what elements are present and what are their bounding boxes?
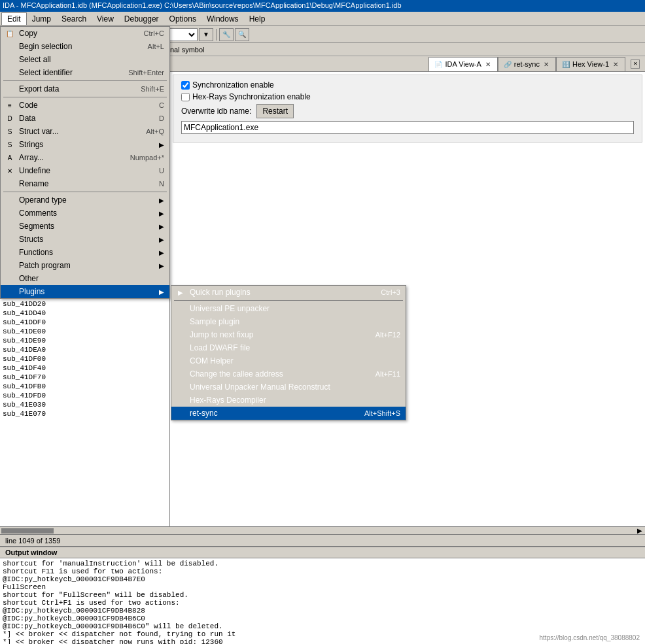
sep3: [3, 192, 167, 192]
plugin-callee[interactable]: Change the callee address Alt+F11: [171, 367, 406, 381]
output-line: @IDC:py_hotkeycb_000001CF9DB4B828: [3, 607, 642, 615]
plugin-callee-shortcut: Alt+F11: [362, 370, 400, 378]
toolbar-debug-extra[interactable]: ▼: [199, 28, 213, 41]
sync-enable-label[interactable]: Synchronization enable: [181, 80, 274, 90]
scroll-arrow[interactable]: ▶: [635, 527, 645, 534]
menu-copy-shortcut: Ctrl+C: [131, 29, 164, 37]
plugin-quick-run-label: Quick run plugins: [190, 288, 251, 297]
func-list-item[interactable]: sub_41DD40: [0, 309, 169, 318]
struct-icon: S: [5, 128, 15, 135]
menu-functions[interactable]: Functions ▶: [1, 246, 169, 259]
tab-hexview-close[interactable]: ✕: [612, 60, 619, 68]
func-list-item[interactable]: sub_41DF40: [0, 364, 169, 373]
func-list-item[interactable]: sub_41DDF0: [0, 318, 169, 327]
output-line: shortcut F11 is used for two actions:: [3, 568, 642, 575]
menu-segments[interactable]: Segments ▶: [1, 220, 169, 233]
plugin-load-dwarf[interactable]: Load DWARF file: [171, 341, 406, 354]
menu-array[interactable]: A Array... Numpad+*: [1, 151, 169, 164]
func-list-item[interactable]: sub_41DF00: [0, 354, 169, 364]
menu-struct-var-label: Struct var...: [19, 127, 59, 136]
menu-export-data[interactable]: Export data Shift+E: [1, 82, 169, 95]
sync-enable-checkbox[interactable]: [181, 81, 190, 90]
plugin-sample[interactable]: Sample plugin: [171, 315, 406, 328]
menu-rename-label: Rename: [19, 179, 48, 188]
hexview-close-btn[interactable]: ✕: [631, 59, 640, 69]
menu-struct-shortcut: Alt+Q: [133, 127, 164, 135]
func-list-item[interactable]: sub_41DEA0: [0, 345, 169, 354]
menu-begin-selection[interactable]: Begin selection Alt+L: [1, 40, 169, 53]
menu-debugger[interactable]: Debugger: [119, 13, 164, 25]
idb-name-row: [181, 121, 634, 134]
tab-ida-view[interactable]: 📄 IDA View-A ✕: [428, 57, 497, 71]
func-list-item[interactable]: sub_41DFD0: [0, 391, 169, 400]
menu-struct-var[interactable]: S Struct var... Alt+Q: [1, 125, 169, 138]
tab-retsync[interactable]: 🔗 ret-sync ✕: [498, 57, 556, 71]
menu-search[interactable]: Search: [56, 13, 92, 25]
overwrite-row: Overwrite idb name: Restart: [181, 104, 634, 118]
hex-sync-checkbox[interactable]: [181, 93, 190, 101]
toolbar-extra2[interactable]: 🔍: [235, 28, 249, 41]
func-list-item[interactable]: sub_41DE00: [0, 327, 169, 336]
menu-windows[interactable]: Windows: [201, 13, 244, 25]
menu-copy[interactable]: 📋 Copy Ctrl+C: [1, 27, 169, 40]
plugin-com-helper[interactable]: COM Helper: [171, 354, 406, 367]
menu-comments[interactable]: Comments ▶: [1, 207, 169, 220]
plugin-universal-pe[interactable]: Universal PE unpacker: [171, 302, 406, 315]
menu-code-label: Code: [19, 101, 38, 110]
menu-rename[interactable]: Rename N: [1, 177, 169, 190]
menu-edit[interactable]: Edit: [1, 12, 27, 25]
tab-retsync-close[interactable]: ✕: [542, 60, 550, 68]
output-line: @IDC:py_hotkeycb_000001CF9DB4B6C0" will …: [3, 622, 642, 630]
menu-select-identifier[interactable]: Select identifier Shift+Enter: [1, 66, 169, 79]
watermark: https://blog.csdn.net/qq_38088802: [540, 634, 640, 641]
menu-data-shortcut: D: [146, 114, 164, 122]
menu-structs[interactable]: Structs ▶: [1, 233, 169, 246]
plugin-retsync[interactable]: ret-sync Alt+Shift+S: [171, 407, 406, 420]
plugin-jump-fixup[interactable]: Jump to next fixup Alt+F12: [171, 328, 406, 341]
menu-code[interactable]: ≡ Code C: [1, 99, 169, 112]
menu-patch-program[interactable]: Patch program ▶: [1, 259, 169, 272]
menu-help[interactable]: Help: [244, 13, 271, 25]
menu-data[interactable]: D Data D: [1, 112, 169, 125]
title-text: IDA - MFCApplication1.idb (MFCApplicatio…: [3, 1, 402, 9]
menu-options[interactable]: Options: [164, 13, 201, 25]
menu-operand-type[interactable]: Operand type ▶: [1, 194, 169, 207]
output-line: @IDC:py_hotkeycb_000001CF9DB4B7E0: [3, 575, 642, 583]
func-list-item[interactable]: sub_41DE90: [0, 336, 169, 345]
menu-strings[interactable]: S Strings ▶: [1, 138, 169, 151]
plugin-quick-run[interactable]: ▶ Quick run plugins Ctrl+3: [171, 286, 406, 299]
menu-data-label: Data: [19, 114, 35, 123]
scrollbar-horizontal[interactable]: ▶: [0, 526, 645, 534]
menu-jump[interactable]: Jump: [27, 13, 56, 25]
func-list-item[interactable]: sub_41DD20: [0, 299, 169, 309]
idb-name-input[interactable]: [181, 121, 634, 134]
plugin-hexrays[interactable]: Hex-Rays Decompiler: [171, 394, 406, 407]
output-line: shortcut for "FullScreen" will be disabl…: [3, 591, 642, 599]
output-panel: Output window shortcut for 'manualInstru…: [0, 546, 645, 644]
tab-ida-close[interactable]: ✕: [484, 60, 492, 68]
plugin-retsync-shortcut: Alt+Shift+S: [351, 409, 400, 417]
menu-other[interactable]: Other: [1, 272, 169, 285]
copy-icon: 📋: [5, 30, 15, 37]
restart-button[interactable]: Restart: [256, 104, 294, 118]
plugin-universal-manual[interactable]: Universal Unpacker Manual Reconstruct: [171, 381, 406, 394]
menu-array-label: Array...: [19, 153, 44, 162]
menu-undefine[interactable]: ✕ Undefine U: [1, 164, 169, 177]
plugin-hexrays-label: Hex-Rays Decompiler: [190, 396, 266, 405]
func-list-item[interactable]: sub_41DF70: [0, 373, 169, 382]
func-list-item[interactable]: sub_41E070: [0, 409, 169, 418]
tab-hexview[interactable]: 🔢 Hex View-1 ✕: [556, 57, 625, 71]
functions-arrow: ▶: [159, 249, 164, 256]
func-list-item[interactable]: sub_41E030: [0, 400, 169, 409]
hex-sync-label[interactable]: Hex-Rays Synchronization enable: [181, 92, 311, 101]
menu-view[interactable]: View: [92, 13, 119, 25]
menu-select-all[interactable]: Select all: [1, 53, 169, 66]
tab-ida-label: IDA View-A: [445, 60, 481, 68]
func-list-item[interactable]: sub_41DFB0: [0, 382, 169, 391]
output-content: shortcut for 'manualInstruction' will be…: [0, 558, 645, 644]
output-line: shortcut for 'manualInstruction' will be…: [3, 560, 642, 568]
scrollbar-thumb[interactable]: [1, 528, 54, 534]
menu-select-identifier-shortcut: Shift+Enter: [115, 69, 164, 76]
toolbar-extra1[interactable]: 🔧: [219, 28, 234, 41]
menu-plugins[interactable]: Plugins ▶ ▶ Quick run plugins Ctrl+3 Uni…: [1, 285, 169, 298]
